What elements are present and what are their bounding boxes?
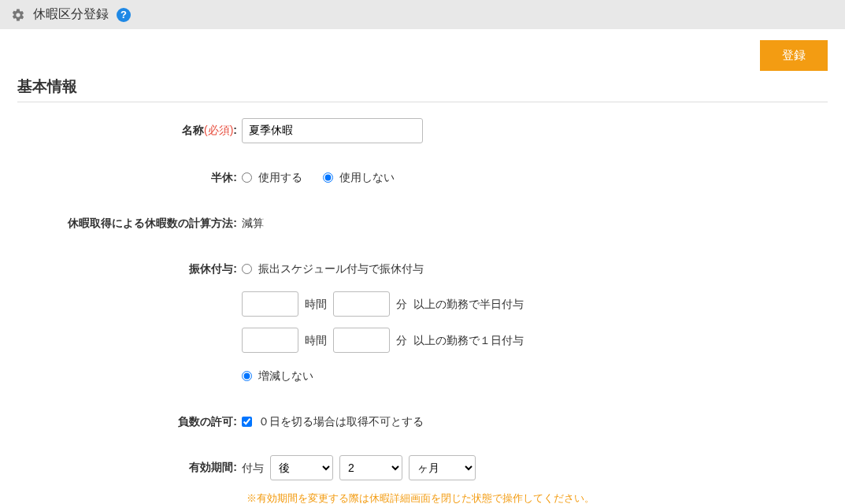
substitute-schedule-option[interactable]: 振出スケジュール付与で振休付与	[242, 257, 524, 280]
substitute-halfday-line: 時間 分 以上の勤務で半日付与	[242, 291, 524, 317]
validity-unit-select[interactable]: ヶ月	[409, 455, 476, 480]
substitute-schedule-radio[interactable]	[242, 264, 252, 274]
negative-checkbox[interactable]	[242, 417, 252, 427]
label-halfday: 半休:	[17, 165, 242, 189]
halfday-notuse-option[interactable]: 使用しない	[323, 165, 395, 189]
halfday-notuse-radio[interactable]	[323, 172, 333, 183]
validity-number-select[interactable]: 2	[339, 455, 402, 480]
negative-check-label: ０日を切る場合は取得不可とする	[258, 410, 424, 433]
validity-warning: ※有効期間を変更する際は休暇詳細画面を閉じた状態で操作してください。	[246, 487, 595, 504]
validity-prefix: 付与	[242, 456, 264, 480]
label-substitute: 振休付与:	[17, 257, 242, 280]
register-button[interactable]: 登録	[760, 40, 828, 71]
help-icon[interactable]: ?	[117, 8, 131, 22]
halfday-use-label: 使用する	[258, 165, 302, 189]
label-negative: 負数の許可:	[17, 410, 242, 433]
row-substitute: 振休付与: 振出スケジュール付与で振休付与 時間 分 以上の勤務で半日付与 時間…	[17, 257, 828, 387]
negative-option[interactable]: ０日を切る場合は取得不可とする	[242, 410, 424, 433]
label-calc: 休暇取得による休暇数の計算方法:	[17, 211, 242, 235]
content-area: 登録 基本情報 名称(必須): 半休: 使用する 使用しない	[0, 29, 845, 504]
substitute-fullday-line: 時間 分 以上の勤務で１日付与	[242, 328, 524, 353]
validity-controls: 付与 後 2 ヶ月 ※有効期間を変更する際は休暇詳細画面を閉じた状態で操作してく…	[242, 455, 828, 504]
half-day-text: 以上の勤務で半日付与	[413, 292, 524, 316]
unit-minutes-2: 分	[396, 328, 407, 352]
full-day-text: 以上の勤務で１日付与	[413, 328, 524, 352]
half-minutes-input[interactable]	[333, 291, 390, 317]
halfday-use-option[interactable]: 使用する	[242, 165, 302, 189]
label-name: 名称(必須):	[17, 118, 242, 142]
validity-timing-select[interactable]: 後	[270, 455, 333, 480]
unit-minutes-1: 分	[396, 292, 407, 316]
substitute-none-label: 増減しない	[258, 364, 313, 387]
name-input[interactable]	[242, 118, 423, 143]
halfday-notuse-label: 使用しない	[339, 165, 395, 189]
half-hours-input[interactable]	[242, 291, 298, 317]
row-name: 名称(必須):	[17, 118, 828, 143]
page-header: 休暇区分登録 ?	[0, 0, 845, 29]
section-title: 基本情報	[17, 76, 828, 102]
required-mark: (必須)	[204, 124, 233, 136]
row-calc: 休暇取得による休暇数の計算方法: 減算	[17, 211, 828, 235]
unit-hours-1: 時間	[305, 292, 327, 316]
gear-icon	[11, 8, 25, 22]
page-title: 休暇区分登録	[33, 6, 109, 23]
label-name-text: 名称	[182, 124, 204, 136]
row-negative: 負数の許可: ０日を切る場合は取得不可とする	[17, 410, 828, 433]
unit-hours-2: 時間	[305, 328, 327, 352]
substitute-none-radio[interactable]	[242, 371, 252, 381]
full-minutes-input[interactable]	[333, 328, 390, 353]
halfday-use-radio[interactable]	[242, 172, 252, 183]
substitute-none-option[interactable]: 増減しない	[242, 364, 524, 387]
label-validity: 有効期間:	[17, 455, 242, 479]
full-hours-input[interactable]	[242, 328, 298, 353]
row-validity: 有効期間: 付与 後 2 ヶ月 ※有効期間を変更する際は休暇詳細画面を閉じた状態…	[17, 455, 828, 504]
calc-value: 減算	[242, 211, 264, 235]
row-halfday: 半休: 使用する 使用しない	[17, 165, 828, 189]
substitute-schedule-label: 振出スケジュール付与で振休付与	[258, 257, 424, 280]
